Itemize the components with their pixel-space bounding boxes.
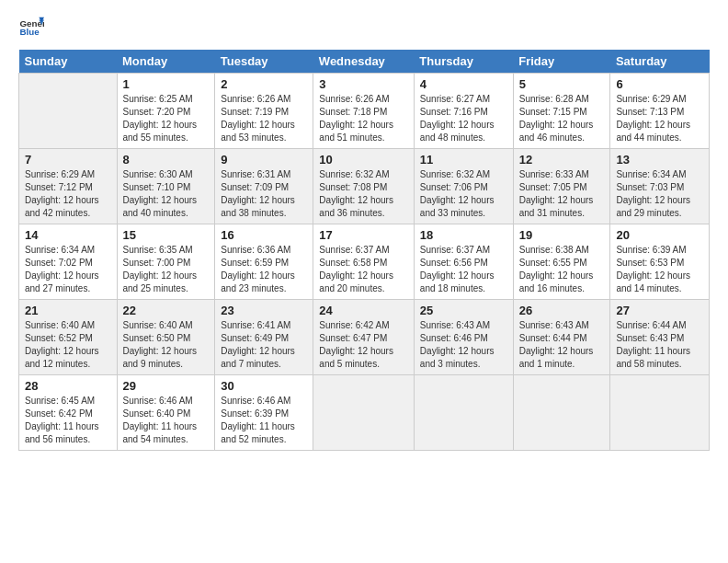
calendar-cell: 17Sunrise: 6:37 AM Sunset: 6:58 PM Dayli…: [313, 224, 415, 300]
calendar-cell: 1Sunrise: 6:25 AM Sunset: 7:20 PM Daylig…: [117, 74, 215, 149]
calendar-cell: 7Sunrise: 6:29 AM Sunset: 7:12 PM Daylig…: [19, 149, 118, 224]
calendar-cell: 18Sunrise: 6:37 AM Sunset: 6:56 PM Dayli…: [414, 224, 513, 300]
days-header-row: SundayMondayTuesdayWednesdayThursdayFrid…: [19, 50, 710, 74]
day-info: Sunrise: 6:31 AM Sunset: 7:09 PM Dayligh…: [221, 168, 307, 220]
day-header-thursday: Thursday: [414, 50, 513, 74]
day-number: 3: [319, 77, 408, 91]
calendar-week-4: 21Sunrise: 6:40 AM Sunset: 6:52 PM Dayli…: [19, 300, 710, 375]
day-number: 9: [221, 153, 307, 167]
day-info: Sunrise: 6:34 AM Sunset: 7:03 PM Dayligh…: [616, 168, 703, 220]
day-info: Sunrise: 6:40 AM Sunset: 6:52 PM Dayligh…: [25, 319, 111, 371]
calendar-week-5: 28Sunrise: 6:45 AM Sunset: 6:42 PM Dayli…: [19, 375, 710, 451]
calendar-cell: 21Sunrise: 6:40 AM Sunset: 6:52 PM Dayli…: [19, 300, 118, 375]
calendar-cell: 5Sunrise: 6:28 AM Sunset: 7:15 PM Daylig…: [513, 74, 610, 149]
day-number: 23: [221, 304, 307, 317]
calendar-cell: 6Sunrise: 6:29 AM Sunset: 7:13 PM Daylig…: [610, 74, 710, 149]
day-info: Sunrise: 6:44 AM Sunset: 6:43 PM Dayligh…: [616, 319, 703, 371]
day-info: Sunrise: 6:28 AM Sunset: 7:15 PM Dayligh…: [519, 93, 605, 144]
day-info: Sunrise: 6:26 AM Sunset: 7:18 PM Dayligh…: [319, 93, 408, 144]
calendar-cell: 15Sunrise: 6:35 AM Sunset: 7:00 PM Dayli…: [117, 224, 215, 300]
calendar-cell: 9Sunrise: 6:31 AM Sunset: 7:09 PM Daylig…: [215, 149, 313, 224]
calendar-cell: 16Sunrise: 6:36 AM Sunset: 6:59 PM Dayli…: [215, 224, 313, 300]
day-number: 29: [123, 379, 210, 393]
day-number: 18: [420, 228, 507, 242]
day-number: 17: [319, 228, 408, 242]
calendar-cell: 29Sunrise: 6:46 AM Sunset: 6:40 PM Dayli…: [117, 375, 215, 451]
day-header-friday: Friday: [513, 50, 610, 74]
day-number: 28: [25, 379, 111, 393]
day-info: Sunrise: 6:35 AM Sunset: 7:00 PM Dayligh…: [123, 244, 210, 295]
day-info: Sunrise: 6:32 AM Sunset: 7:08 PM Dayligh…: [319, 168, 408, 220]
day-number: 30: [221, 379, 307, 393]
day-header-tuesday: Tuesday: [215, 50, 313, 74]
calendar-body: 1Sunrise: 6:25 AM Sunset: 7:20 PM Daylig…: [19, 74, 710, 451]
day-info: Sunrise: 6:29 AM Sunset: 7:13 PM Dayligh…: [616, 93, 703, 144]
day-number: 11: [420, 153, 507, 167]
calendar-cell: 23Sunrise: 6:41 AM Sunset: 6:49 PM Dayli…: [215, 300, 313, 375]
calendar-cell: [414, 375, 513, 451]
day-info: Sunrise: 6:46 AM Sunset: 6:40 PM Dayligh…: [123, 395, 210, 446]
calendar-cell: [313, 375, 415, 451]
day-number: 21: [25, 304, 111, 317]
day-number: 7: [25, 153, 111, 167]
calendar-cell: 10Sunrise: 6:32 AM Sunset: 7:08 PM Dayli…: [313, 149, 415, 224]
calendar-cell: 13Sunrise: 6:34 AM Sunset: 7:03 PM Dayli…: [610, 149, 710, 224]
day-number: 20: [616, 228, 703, 242]
calendar-cell: 20Sunrise: 6:39 AM Sunset: 6:53 PM Dayli…: [610, 224, 710, 300]
day-header-monday: Monday: [117, 50, 215, 74]
day-info: Sunrise: 6:25 AM Sunset: 7:20 PM Dayligh…: [123, 93, 210, 144]
calendar-cell: 25Sunrise: 6:43 AM Sunset: 6:46 PM Dayli…: [414, 300, 513, 375]
day-info: Sunrise: 6:34 AM Sunset: 7:02 PM Dayligh…: [25, 244, 111, 295]
day-number: 1: [123, 77, 210, 91]
calendar-cell: 27Sunrise: 6:44 AM Sunset: 6:43 PM Dayli…: [610, 300, 710, 375]
svg-text:Blue: Blue: [19, 27, 40, 37]
calendar-cell: [610, 375, 710, 451]
day-number: 16: [221, 228, 307, 242]
day-info: Sunrise: 6:41 AM Sunset: 6:49 PM Dayligh…: [221, 319, 307, 371]
day-number: 22: [123, 304, 210, 317]
calendar-week-1: 1Sunrise: 6:25 AM Sunset: 7:20 PM Daylig…: [19, 74, 710, 149]
day-info: Sunrise: 6:33 AM Sunset: 7:05 PM Dayligh…: [519, 168, 605, 220]
calendar-cell: 11Sunrise: 6:32 AM Sunset: 7:06 PM Dayli…: [414, 149, 513, 224]
day-info: Sunrise: 6:37 AM Sunset: 6:58 PM Dayligh…: [319, 244, 408, 295]
calendar-cell: 19Sunrise: 6:38 AM Sunset: 6:55 PM Dayli…: [513, 224, 610, 300]
day-info: Sunrise: 6:40 AM Sunset: 6:50 PM Dayligh…: [123, 319, 210, 371]
day-number: 19: [519, 228, 605, 242]
calendar-cell: 26Sunrise: 6:43 AM Sunset: 6:44 PM Dayli…: [513, 300, 610, 375]
day-info: Sunrise: 6:38 AM Sunset: 6:55 PM Dayligh…: [519, 244, 605, 295]
day-number: 25: [420, 304, 507, 317]
day-number: 5: [519, 77, 605, 91]
day-number: 27: [616, 304, 703, 317]
day-info: Sunrise: 6:37 AM Sunset: 6:56 PM Dayligh…: [420, 244, 507, 295]
calendar-cell: 24Sunrise: 6:42 AM Sunset: 6:47 PM Dayli…: [313, 300, 415, 375]
calendar-week-2: 7Sunrise: 6:29 AM Sunset: 7:12 PM Daylig…: [19, 149, 710, 224]
day-info: Sunrise: 6:43 AM Sunset: 6:44 PM Dayligh…: [519, 319, 605, 371]
calendar-cell: [513, 375, 610, 451]
logo-icon: General Blue: [18, 15, 44, 40]
day-info: Sunrise: 6:42 AM Sunset: 6:47 PM Dayligh…: [319, 319, 408, 371]
calendar-cell: 12Sunrise: 6:33 AM Sunset: 7:05 PM Dayli…: [513, 149, 610, 224]
day-info: Sunrise: 6:32 AM Sunset: 7:06 PM Dayligh…: [420, 168, 507, 220]
day-number: 14: [25, 228, 111, 242]
day-info: Sunrise: 6:45 AM Sunset: 6:42 PM Dayligh…: [25, 395, 111, 446]
day-info: Sunrise: 6:43 AM Sunset: 6:46 PM Dayligh…: [420, 319, 507, 371]
calendar-cell: 2Sunrise: 6:26 AM Sunset: 7:19 PM Daylig…: [215, 74, 313, 149]
day-info: Sunrise: 6:29 AM Sunset: 7:12 PM Dayligh…: [25, 168, 111, 220]
day-number: 8: [123, 153, 210, 167]
day-info: Sunrise: 6:36 AM Sunset: 6:59 PM Dayligh…: [221, 244, 307, 295]
day-header-sunday: Sunday: [19, 50, 118, 74]
calendar-cell: 3Sunrise: 6:26 AM Sunset: 7:18 PM Daylig…: [313, 74, 415, 149]
day-number: 12: [519, 153, 605, 167]
day-info: Sunrise: 6:26 AM Sunset: 7:19 PM Dayligh…: [221, 93, 307, 144]
day-number: 4: [420, 77, 507, 91]
day-number: 2: [221, 77, 307, 91]
day-number: 13: [616, 153, 703, 167]
day-number: 26: [519, 304, 605, 317]
calendar-cell: 8Sunrise: 6:30 AM Sunset: 7:10 PM Daylig…: [117, 149, 215, 224]
day-info: Sunrise: 6:27 AM Sunset: 7:16 PM Dayligh…: [420, 93, 507, 144]
calendar-cell: 14Sunrise: 6:34 AM Sunset: 7:02 PM Dayli…: [19, 224, 118, 300]
day-header-wednesday: Wednesday: [313, 50, 415, 74]
day-number: 15: [123, 228, 210, 242]
logo: General Blue: [18, 15, 48, 40]
calendar-cell: [19, 74, 118, 149]
